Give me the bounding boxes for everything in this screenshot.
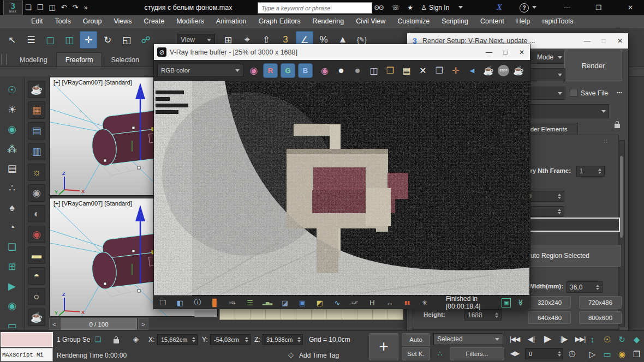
spinner-icon[interactable] bbox=[495, 312, 498, 318]
layers-icon[interactable]: ❏ bbox=[4, 239, 20, 255]
vray-negative-icon[interactable]: ◐ bbox=[28, 205, 45, 222]
menu-item[interactable]: Graph Editors bbox=[252, 15, 306, 28]
ribbon-tab[interactable]: Modeling bbox=[11, 53, 56, 67]
y-coordinate-field[interactable]: -54,03cm bbox=[210, 334, 251, 345]
fov-icon[interactable]: ▷ bbox=[585, 347, 600, 361]
vfb-h-icon[interactable]: H bbox=[366, 299, 378, 307]
maxscript-mini-listener[interactable]: MAXScript Mi bbox=[1, 348, 53, 361]
menu-item[interactable]: Edit bbox=[25, 15, 49, 28]
rotate-icon[interactable]: ↻ bbox=[99, 31, 116, 49]
prev-frame-button[interactable]: ◀|| bbox=[523, 335, 539, 343]
resolution-button[interactable]: 800x600 bbox=[579, 311, 622, 324]
spinner-icon[interactable] bbox=[297, 337, 301, 342]
selection-region-icon[interactable]: ▢ bbox=[41, 31, 59, 49]
dialog-close-button[interactable]: ✕ bbox=[612, 37, 628, 45]
clear-image-icon[interactable]: ✕ bbox=[416, 63, 430, 77]
zoom-icon[interactable]: ↕ bbox=[585, 332, 600, 347]
time-configuration-icon[interactable]: ◷ bbox=[567, 347, 577, 359]
nth-frame-field[interactable]: 1 bbox=[576, 166, 605, 177]
menu-item[interactable]: Civil View bbox=[350, 15, 391, 28]
blue-channel-button[interactable]: B bbox=[298, 63, 313, 78]
spinner-icon[interactable] bbox=[596, 285, 599, 290]
copy-image-icon[interactable]: ▤ bbox=[399, 63, 414, 77]
favorites-star-icon[interactable]: ★ bbox=[407, 4, 413, 11]
vfb-titlebar[interactable]: ⊘ V-Ray frame buffer - [25% of 3000 x 16… bbox=[154, 44, 530, 60]
vfb-region-icon[interactable]: ▣ bbox=[296, 299, 308, 307]
select-object-icon[interactable]: ↖ bbox=[3, 31, 21, 49]
vray-dome-light-icon[interactable]: ◓ bbox=[28, 267, 45, 285]
redo-icon[interactable]: ↷ bbox=[73, 3, 79, 11]
lock-view-icon[interactable] bbox=[615, 124, 620, 128]
selection-lock-icon[interactable] bbox=[114, 339, 119, 343]
time-slider-prev-button[interactable]: < bbox=[49, 318, 59, 330]
forest-pack-icon[interactable]: ⁂ bbox=[4, 141, 20, 157]
aperture-width-field[interactable]: 36,0 bbox=[567, 281, 603, 293]
spinner-icon[interactable] bbox=[558, 351, 561, 357]
add-key-button[interactable]: + bbox=[369, 333, 398, 360]
save-file-checkbox[interactable] bbox=[570, 89, 577, 96]
window-minimize-button[interactable]: — bbox=[558, 0, 576, 15]
alpha-sphere-icon[interactable]: ● bbox=[334, 63, 348, 77]
window-crossing-icon[interactable]: ◫ bbox=[61, 31, 78, 49]
menu-item[interactable]: Customize bbox=[391, 15, 436, 28]
help-dropdown-icon[interactable] bbox=[532, 6, 536, 9]
selection-brackets-icon[interactable]: ❏ bbox=[93, 334, 103, 344]
add-camera-icon[interactable]: ◉ bbox=[4, 298, 20, 314]
track-mouse-icon[interactable]: ✛ bbox=[449, 63, 463, 77]
search-box[interactable] bbox=[258, 2, 372, 14]
menu-item[interactable]: Animation bbox=[210, 15, 253, 28]
viewport-scrollbar[interactable] bbox=[194, 310, 217, 317]
help-icon[interactable]: ? bbox=[520, 3, 529, 13]
auto-key-button[interactable]: Auto bbox=[402, 333, 430, 346]
menu-item[interactable]: rapidTools bbox=[536, 15, 579, 28]
time-slider-handle[interactable]: 0 / 100 bbox=[61, 318, 137, 330]
spinner-icon[interactable] bbox=[245, 337, 248, 342]
key-mode-toggle[interactable]: ◀▶ bbox=[506, 349, 523, 357]
zoom-extents-icon[interactable]: ↻ bbox=[615, 332, 629, 347]
zoom-all-icon[interactable]: ☉ bbox=[600, 332, 615, 347]
forest-library-icon[interactable]: ▤ bbox=[4, 160, 20, 177]
select-by-name-icon[interactable]: ☰ bbox=[22, 31, 40, 49]
save-file-browse-button[interactable]: ... bbox=[617, 87, 622, 95]
create-light-icon[interactable]: ☉ bbox=[4, 82, 20, 98]
create-camera-icon[interactable]: ◉ bbox=[4, 121, 20, 137]
current-frame-field[interactable]: 0 bbox=[525, 348, 563, 359]
vfb-ab-compare-icon[interactable]: ▮▮ bbox=[401, 300, 413, 305]
spinner-icon[interactable] bbox=[558, 209, 561, 214]
vfb-levels-icon[interactable]: ☰ bbox=[244, 299, 256, 307]
rollout-grip-icon[interactable]: ∷ bbox=[604, 138, 607, 145]
vfb-layers-icon[interactable]: ◧ bbox=[174, 299, 186, 307]
render-button[interactable]: Render bbox=[564, 50, 622, 81]
vfb-stereo-icon[interactable]: ↔ bbox=[384, 299, 396, 307]
key-filters-button[interactable]: Filters... bbox=[450, 347, 504, 360]
vfb-expand-icon[interactable]: ≫ bbox=[517, 299, 525, 306]
green-channel-button[interactable]: G bbox=[281, 63, 295, 78]
save-file-icon[interactable]: ◫ bbox=[49, 3, 55, 11]
go-start-button[interactable]: |◀◀ bbox=[506, 335, 523, 343]
3dsmax-logo[interactable]: 3 MAX bbox=[3, 1, 23, 15]
preview-window-icon[interactable]: ▶ bbox=[4, 278, 20, 294]
search-input[interactable] bbox=[258, 3, 378, 13]
resolution-button[interactable]: 320x240 bbox=[528, 296, 571, 309]
red-channel-button[interactable]: R bbox=[263, 63, 278, 78]
maximize-viewport-icon[interactable]: ❐ bbox=[629, 347, 644, 361]
new-file-icon[interactable]: ❏ bbox=[25, 3, 32, 11]
channels-icon[interactable]: ◉ bbox=[318, 63, 332, 77]
tree-icon[interactable]: ♠ bbox=[4, 200, 20, 216]
set-key-button[interactable]: Set K. bbox=[402, 347, 430, 360]
signin-user-icon[interactable]: ♙ bbox=[421, 4, 427, 11]
vray-physical-camera-icon[interactable]: ◉ bbox=[28, 184, 45, 202]
menu-item[interactable]: Modifiers bbox=[170, 15, 210, 28]
duplicate-buffer-icon[interactable]: ❐ bbox=[432, 63, 446, 77]
ribbon-tab[interactable]: Selection bbox=[102, 53, 147, 67]
vray-sphere-light-icon[interactable]: ○ bbox=[28, 288, 45, 305]
play-button[interactable]: ▶ bbox=[539, 333, 556, 345]
scale-icon[interactable]: ◱ bbox=[118, 31, 135, 49]
window-close-button[interactable]: ✕ bbox=[621, 0, 640, 15]
save-image-icon[interactable]: ◫ bbox=[367, 63, 381, 77]
select-place-icon[interactable]: ☍ bbox=[137, 31, 154, 49]
ribbon-grip[interactable] bbox=[1, 54, 7, 65]
vray-render-icon[interactable]: ☕ bbox=[28, 81, 45, 98]
vray-film-camera-icon[interactable]: ◉ bbox=[28, 226, 45, 243]
dialog-maximize-button[interactable]: □ bbox=[595, 37, 612, 45]
